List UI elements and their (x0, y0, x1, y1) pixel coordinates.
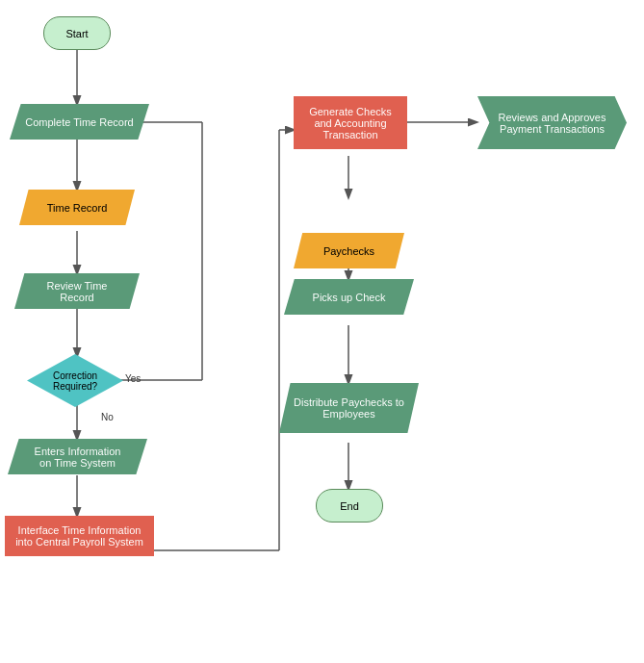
flowchart-diagram: Start Complete Time Record Time Record R… (0, 0, 644, 663)
correction-required-node: Correction Required? (27, 354, 123, 407)
reviews-approves-node: Reviews and Approves Payment Transaction… (477, 96, 627, 149)
time-record-node: Time Record (19, 190, 135, 225)
no-label: No (101, 412, 114, 422)
enters-information-node: Enters Information on Time System (8, 439, 147, 474)
distribute-paychecks-node: Distribute Paychecks to Employees (279, 383, 419, 433)
review-time-record-node: Review Time Record (14, 273, 140, 309)
start-node: Start (43, 16, 111, 50)
yes-label: Yes (125, 373, 141, 384)
paychecks-node: Paychecks (294, 233, 404, 268)
end-node: End (316, 489, 383, 523)
interface-time-node: Interface Time Information into Central … (5, 516, 154, 556)
generate-checks-node: Generate Checks and Accounting Transacti… (294, 96, 407, 149)
picks-up-check-node: Picks up Check (284, 279, 414, 315)
complete-time-record-node: Complete Time Record (10, 104, 149, 140)
